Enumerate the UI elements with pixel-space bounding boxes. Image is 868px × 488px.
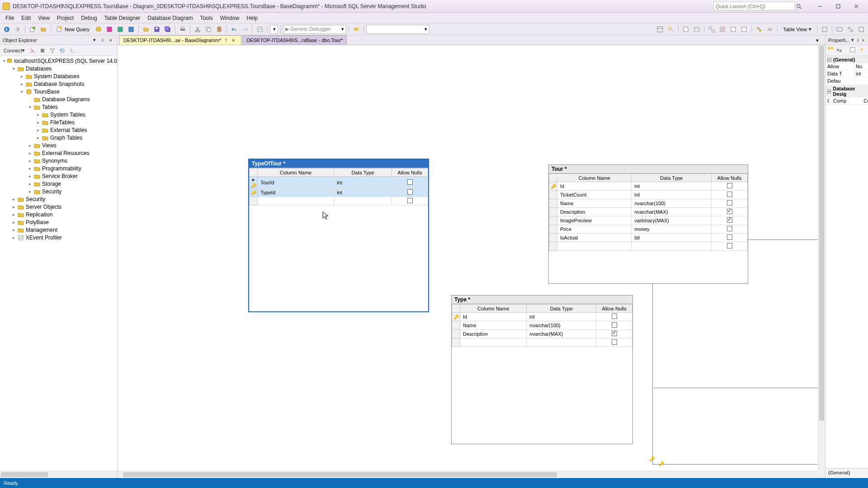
- checkbox[interactable]: [727, 183, 732, 188]
- checkbox[interactable]: [612, 314, 617, 319]
- horizontal-scrollbar[interactable]: [118, 471, 818, 478]
- expand-icon[interactable]: ▸: [11, 197, 16, 202]
- tree-node[interactable]: ▾ToursBase: [0, 88, 117, 95]
- column-name-cell[interactable]: Name: [557, 199, 632, 208]
- tree-node[interactable]: ▸Graph Tables: [0, 134, 117, 141]
- property-category[interactable]: −Database Desig: [826, 85, 868, 98]
- data-type-cell[interactable]: nvarchar(100): [632, 199, 712, 208]
- allow-nulls-cell[interactable]: [712, 208, 748, 216]
- tree-node[interactable]: ▸Synonyms: [0, 157, 117, 164]
- column-name-cell[interactable]: TypeId: [258, 188, 334, 197]
- table-grid[interactable]: Column NameData TypeAllow Nulls🔑IdintNam…: [452, 304, 632, 347]
- add-related-icon[interactable]: [707, 24, 717, 34]
- expand-icon[interactable]: ▸: [27, 174, 33, 179]
- close-tab-icon[interactable]: ×: [232, 38, 237, 43]
- menu-edit[interactable]: Edit: [18, 14, 34, 23]
- tree-node[interactable]: Database Diagrams: [0, 95, 117, 103]
- expand-icon[interactable]: ▾: [3, 58, 5, 64]
- prop-events-icon[interactable]: [859, 47, 866, 55]
- column-name-cell[interactable]: [557, 242, 632, 251]
- search-icon[interactable]: [796, 2, 806, 10]
- paste-icon[interactable]: [214, 24, 224, 34]
- nav-back-icon[interactable]: [2, 24, 12, 34]
- pin-icon[interactable]: [856, 37, 860, 44]
- expand-icon[interactable]: ▸: [35, 127, 41, 133]
- table-row[interactable]: [250, 197, 428, 206]
- tree-node[interactable]: ▸PolyBase: [0, 218, 117, 226]
- table-row[interactable]: Pricemoney: [549, 225, 748, 234]
- expand-icon[interactable]: ▸: [35, 120, 41, 125]
- data-type-cell[interactable]: int: [527, 313, 596, 321]
- column-name-cell[interactable]: Name: [460, 321, 527, 330]
- checkbox[interactable]: [612, 339, 617, 345]
- allow-nulls-cell[interactable]: [712, 182, 748, 191]
- tree-node[interactable]: ▸Replication: [0, 211, 117, 218]
- column-name-cell[interactable]: Description: [557, 208, 632, 216]
- diagram-canvas[interactable]: ∞ ∞ 🔑 🔑 TypeOfTour * Column NameData Typ…: [118, 45, 818, 471]
- tree-node[interactable]: ▾localhost\SQLEXPRESS (SQL Server 14.0: [0, 57, 117, 65]
- show-rel-icon[interactable]: [754, 24, 764, 34]
- table-typeoftour[interactable]: TypeOfTour * Column NameData TypeAllow N…: [248, 159, 429, 312]
- table-grid[interactable]: Column NameData TypeAllow Nulls🔑IdintTic…: [549, 174, 748, 251]
- expand-icon[interactable]: ▸: [19, 74, 24, 79]
- column-name-cell[interactable]: Price: [557, 225, 632, 234]
- vertical-scrollbar[interactable]: [818, 45, 825, 471]
- data-type-cell[interactable]: bit: [632, 234, 712, 242]
- data-type-cell[interactable]: [632, 242, 712, 251]
- column-name-cell[interactable]: [258, 197, 334, 206]
- tree-node[interactable]: ▸Management: [0, 226, 117, 234]
- disconnect-icon[interactable]: [28, 47, 37, 55]
- allow-nulls-cell[interactable]: [392, 177, 428, 188]
- menu-project[interactable]: Project: [53, 14, 77, 23]
- tree-node[interactable]: ▸Security: [0, 188, 117, 195]
- property-category[interactable]: −(General): [826, 56, 868, 63]
- zoom-icon[interactable]: [820, 24, 830, 34]
- query-dmx-icon[interactable]: [126, 24, 136, 34]
- tree-node[interactable]: ▸Server Objects: [0, 203, 117, 211]
- allow-nulls-cell[interactable]: [712, 216, 748, 225]
- property-value[interactable]: No: [854, 63, 868, 70]
- data-type-cell[interactable]: [334, 197, 392, 206]
- checkbox[interactable]: [727, 192, 732, 197]
- table-row[interactable]: 🔑Idint: [549, 182, 748, 191]
- expand-icon[interactable]: ▾: [19, 89, 24, 94]
- pin-icon[interactable]: [224, 38, 229, 43]
- open-file-icon[interactable]: [141, 24, 151, 34]
- allow-nulls-cell[interactable]: [712, 199, 748, 208]
- menu-view[interactable]: View: [34, 14, 53, 23]
- show-labels-icon[interactable]: ab: [765, 24, 775, 34]
- expand-icon[interactable]: ▾: [27, 104, 33, 110]
- checkbox[interactable]: [727, 226, 732, 231]
- property-row[interactable]: Defau: [826, 78, 868, 85]
- tab-tour[interactable]: DESKTOP-ITDASH9\S...rsBase - dbo.Tour*: [242, 35, 347, 45]
- allow-nulls-cell[interactable]: [596, 338, 632, 347]
- query-as-icon[interactable]: [94, 24, 104, 34]
- allow-nulls-cell[interactable]: [596, 321, 632, 330]
- table-row[interactable]: TicketCountint: [549, 191, 748, 199]
- table-row[interactable]: Descriptionnvarchar(MAX): [549, 208, 748, 216]
- close-pane-icon[interactable]: ×: [107, 37, 114, 44]
- column-name-cell[interactable]: [460, 338, 527, 347]
- property-value[interactable]: [854, 78, 868, 85]
- tree-node[interactable]: ▸XEvent Profiler: [0, 234, 117, 241]
- column-name-cell[interactable]: TicketCount: [557, 191, 632, 199]
- delete-table-icon[interactable]: [717, 24, 727, 34]
- tab-diagram[interactable]: DESKTOP-ITDASH9\...se - BaseDiagramm* ×: [119, 35, 241, 45]
- expand-icon[interactable]: ▸: [27, 143, 33, 148]
- minimize-button[interactable]: [811, 1, 829, 11]
- menu-help[interactable]: Help: [243, 14, 261, 23]
- data-type-cell[interactable]: nvarchar(100): [527, 321, 596, 330]
- expand-icon[interactable]: ▸: [19, 81, 24, 87]
- query-xe-icon[interactable]: [104, 24, 114, 34]
- tree-node[interactable]: ▸System Tables: [0, 111, 117, 118]
- tree-node[interactable]: ▸Programmability: [0, 164, 117, 172]
- checkbox[interactable]: [727, 235, 732, 240]
- property-row[interactable]: Condint: [862, 98, 868, 105]
- expand-icon[interactable]: ▾: [11, 66, 16, 71]
- expand-icon[interactable]: ▸: [35, 135, 41, 141]
- expand-icon[interactable]: ▸: [11, 220, 16, 225]
- alphabetic-icon[interactable]: AZ: [836, 47, 844, 55]
- remove-icon[interactable]: [728, 24, 738, 34]
- filter-icon[interactable]: [48, 47, 57, 55]
- pin-icon[interactable]: [99, 37, 106, 44]
